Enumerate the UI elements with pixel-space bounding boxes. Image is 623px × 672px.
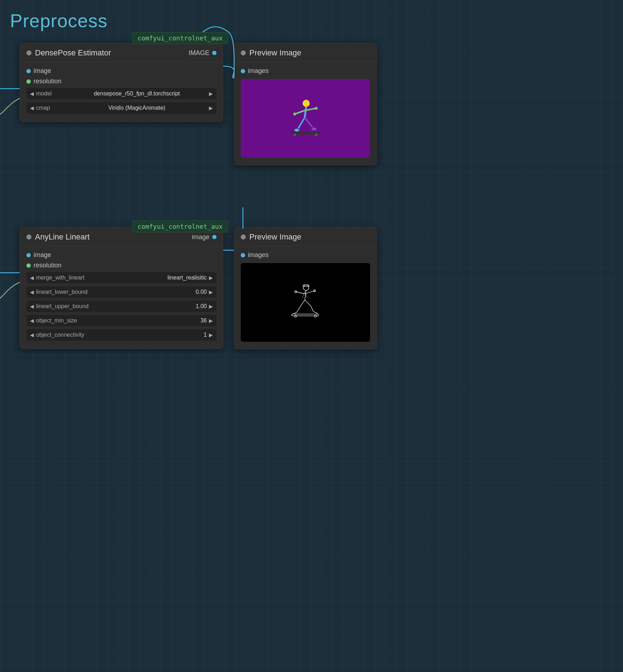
svg-point-11 <box>293 133 296 136</box>
svg-line-2 <box>295 110 305 114</box>
svg-line-29 <box>302 292 305 298</box>
densepose-port-resolution: resolution <box>26 78 216 85</box>
svg-point-12 <box>315 133 318 136</box>
anyline-merge-arrow-left[interactable]: ◀ <box>30 275 34 281</box>
anyline-minsize-arrow-right[interactable]: ▶ <box>209 318 213 323</box>
svg-line-21 <box>305 300 311 306</box>
densepose-resolution-dot[interactable] <box>26 79 31 84</box>
node-preview-bottom-body: images <box>234 246 377 349</box>
node-densepose-body: image resolution ◀ model densepose_r50_f… <box>20 62 223 122</box>
preview-bottom-images-dot[interactable] <box>241 253 245 257</box>
anyline-upper-selector[interactable]: ◀ lineart_upper_bound 1.00 ▶ <box>26 301 216 312</box>
anyline-connectivity-selector[interactable]: ◀ object_connectivity 1 ▶ <box>26 329 216 341</box>
densepose-out-port[interactable] <box>212 51 216 55</box>
anyline-merge-arrow-right[interactable]: ▶ <box>209 275 213 281</box>
node-preview-top-title: Preview Image <box>249 48 301 58</box>
anyline-out-label: image <box>192 233 209 241</box>
anyline-upper-arrow-right[interactable]: ▶ <box>209 303 213 309</box>
node-densepose: DensePose Estimator IMAGE image resoluti… <box>20 43 223 122</box>
anyline-out-port[interactable] <box>212 235 216 239</box>
anyline-resolution-dot[interactable] <box>26 263 31 268</box>
densepose-image-dot[interactable] <box>26 69 31 73</box>
svg-point-28 <box>314 315 317 317</box>
anyline-resolution-label: resolution <box>34 262 61 269</box>
anyline-upper-arrow-left[interactable]: ◀ <box>30 303 34 309</box>
densepose-port-image: image <box>26 67 216 75</box>
node-densepose-header: DensePose Estimator IMAGE <box>20 43 223 62</box>
node-densepose-dot <box>26 50 31 55</box>
densepose-model-selector[interactable]: ◀ model densepose_r50_fpn_dl.torchscript… <box>26 88 216 99</box>
densepose-cmap-selector[interactable]: ◀ cmap Viridis (MagicAnimate) ▶ <box>26 102 216 114</box>
densepose-out-label: IMAGE <box>189 49 209 57</box>
anyline-minsize-label: object_min_size <box>36 317 77 324</box>
densepose-cmap-arrow-right[interactable]: ▶ <box>209 105 213 111</box>
node-preview-bottom-header: Preview Image <box>234 227 377 246</box>
anyline-merge-selector[interactable]: ◀ merge_with_lineart lineart_realisitic … <box>26 272 216 283</box>
densepose-cmap-value: Viridis (MagicAnimate) <box>67 105 207 111</box>
anyline-merge-label: merge_with_lineart <box>36 275 84 281</box>
anyline-minsize-selector[interactable]: ◀ object_min_size 36 ▶ <box>26 315 216 326</box>
svg-line-7 <box>305 118 313 127</box>
densepose-model-arrow-left[interactable]: ◀ <box>30 91 34 97</box>
densepose-cmap-arrow-left[interactable]: ◀ <box>30 105 34 111</box>
svg-line-1 <box>305 107 306 118</box>
anyline-port-image: image <box>26 251 216 259</box>
preview-top-images-dot[interactable] <box>241 69 245 73</box>
anyline-minsize-arrow-left[interactable]: ◀ <box>30 318 34 323</box>
preview-bottom-port-images: images <box>241 251 370 259</box>
node-densepose-title: DensePose Estimator <box>35 48 111 58</box>
preview-pose-image <box>241 79 370 158</box>
node-preview-top: Preview Image images <box>234 43 377 165</box>
anyline-image-label: image <box>34 251 51 259</box>
densepose-cmap-label: cmap <box>36 105 65 111</box>
anyline-connectivity-arrow-left[interactable]: ◀ <box>30 332 34 338</box>
densepose-resolution-label: resolution <box>34 78 61 85</box>
anyline-connectivity-label: object_connectivity <box>36 332 84 338</box>
svg-line-6 <box>298 118 305 128</box>
svg-line-23 <box>311 306 313 311</box>
anyline-lower-arrow-left[interactable]: ◀ <box>30 289 34 295</box>
svg-line-20 <box>300 300 305 307</box>
densepose-image-label: image <box>34 67 51 75</box>
anyline-lower-value: 0.00 <box>196 289 207 295</box>
node-preview-top-dot <box>241 50 246 55</box>
anyline-image-dot[interactable] <box>26 253 31 257</box>
preview-top-image-area <box>241 79 370 158</box>
anyline-lower-arrow-right[interactable]: ▶ <box>209 289 213 295</box>
preview-lineart-image <box>241 263 370 342</box>
node-anyline: AnyLine Lineart image image resolution ◀… <box>20 227 223 349</box>
anyline-port-resolution: resolution <box>26 262 216 269</box>
densepose-model-arrow-right[interactable]: ▶ <box>209 91 213 97</box>
node-preview-top-header: Preview Image <box>234 43 377 62</box>
anyline-upper-value: 1.00 <box>196 303 207 310</box>
svg-point-5 <box>315 107 318 110</box>
pose-skater-svg <box>280 93 330 143</box>
preview-bottom-image-area <box>241 263 370 342</box>
node-anyline-title: AnyLine Lineart <box>35 232 90 242</box>
svg-point-27 <box>295 315 297 317</box>
node-preview-bottom-title: Preview Image <box>249 232 301 242</box>
densepose-model-value: densepose_r50_fpn_dl.torchscript <box>67 90 207 97</box>
anyline-connectivity-value: 1 <box>204 332 207 338</box>
anyline-connectivity-arrow-right[interactable]: ▶ <box>209 332 213 338</box>
anyline-upper-label: lineart_upper_bound <box>36 303 89 310</box>
node-anyline-dot <box>26 234 31 239</box>
node-preview-bottom-dot <box>241 234 246 239</box>
svg-line-24 <box>293 312 297 314</box>
badge-top: comfyui_controlnet_aux <box>132 32 228 44</box>
anyline-lower-label: lineart_lower_bound <box>36 289 88 295</box>
svg-line-17 <box>305 291 314 294</box>
preview-bottom-images-label: images <box>248 251 269 259</box>
densepose-model-label: model <box>36 90 65 97</box>
svg-line-22 <box>297 307 300 312</box>
svg-line-16 <box>296 292 305 294</box>
node-preview-bottom: Preview Image images <box>234 227 377 349</box>
svg-line-25 <box>313 312 318 313</box>
anyline-lower-selector[interactable]: ◀ lineart_lower_bound 0.00 ▶ <box>26 286 216 298</box>
svg-point-13 <box>303 285 309 290</box>
node-preview-top-body: images <box>234 62 377 165</box>
svg-point-0 <box>303 100 310 107</box>
canvas: Preprocess comfyui_controlnet_aux comfyu… <box>0 0 623 672</box>
svg-point-9 <box>312 128 317 130</box>
preview-top-port-images: images <box>241 67 370 75</box>
